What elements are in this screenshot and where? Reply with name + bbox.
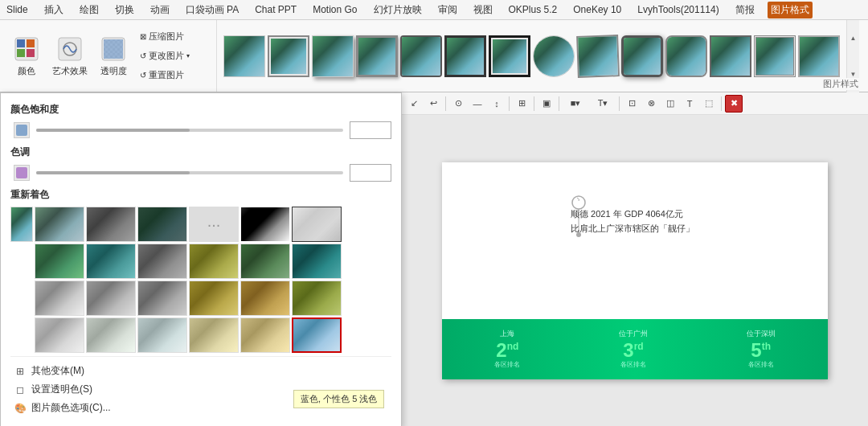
- transparency-label: 透明度: [100, 65, 127, 77]
- compress-label: 压缩图片: [149, 31, 184, 43]
- recolor-thumb-light1[interactable]: [35, 317, 84, 353]
- recolor-thumb-gray3[interactable]: [137, 244, 187, 279]
- img-style-14[interactable]: [798, 35, 840, 77]
- set-transparent-item[interactable]: ◻ 设置透明色(S): [10, 380, 391, 399]
- other-variants-icon: ⊞: [14, 365, 27, 378]
- img-style-6[interactable]: [444, 35, 486, 77]
- img-style-2[interactable]: [268, 35, 309, 77]
- mini-tool-grid[interactable]: ⊞: [513, 95, 530, 113]
- recolor-thumb-yellow2[interactable]: [189, 281, 239, 316]
- mini-tool-box[interactable]: ⊡: [623, 95, 641, 113]
- menu-lvyhtools[interactable]: LvyhTools(201114): [634, 2, 722, 17]
- img-style-5[interactable]: [400, 35, 442, 77]
- scroll-up-arrow: ▲: [850, 35, 857, 42]
- recolor-thumb-silver3[interactable]: [137, 281, 187, 316]
- menu-pocket-pa[interactable]: 口袋动画 PA: [182, 2, 242, 18]
- recolor-thumb-olive[interactable]: [292, 281, 342, 316]
- recolor-thumb-yellow3[interactable]: [240, 281, 290, 316]
- recolor-thumb-warm2[interactable]: [240, 317, 290, 353]
- menu-okplus[interactable]: OKPlus 5.2: [506, 2, 561, 17]
- saturation-value[interactable]: [350, 121, 391, 139]
- recolor-thumb-green1[interactable]: [35, 244, 84, 279]
- recolor-thumb-gray1[interactable]: [35, 207, 84, 242]
- scroll-down-arrow: ▼: [850, 72, 857, 78]
- saturation-title: 颜色饱和度: [10, 103, 391, 117]
- mini-tool-circle[interactable]: ⊙: [449, 95, 467, 113]
- img-style-10[interactable]: [621, 35, 663, 77]
- mini-tool-arrows[interactable]: ↕: [488, 95, 506, 113]
- rank-shenzhen: 位于深圳 5th 各区排名: [747, 329, 776, 369]
- color-button[interactable]: 颜色: [6, 25, 47, 88]
- menu-view[interactable]: 视图: [470, 2, 496, 18]
- menu-review[interactable]: 审阅: [435, 2, 461, 18]
- recolor-thumb-dark1[interactable]: [137, 207, 187, 242]
- slide-canvas: 顺德 2021 年 GDP 4064亿元 比肩北上广深市辖区的「靓仔」 上海 2…: [442, 162, 828, 379]
- art-effect-label: 艺术效果: [52, 65, 88, 77]
- menu-slide[interactable]: Slide: [3, 2, 31, 17]
- compress-button[interactable]: ⊠ 压缩图片: [137, 28, 193, 46]
- menu-report[interactable]: 简报: [732, 2, 758, 18]
- recolor-thumb-light3[interactable]: [137, 317, 187, 353]
- reset-label: 重置图片: [149, 69, 184, 81]
- color-options-icon: 🎨: [14, 402, 27, 415]
- tint-title: 色调: [10, 145, 391, 159]
- mini-tool-brackets[interactable]: ◫: [661, 95, 679, 113]
- img-style-4[interactable]: [356, 35, 398, 77]
- recolor-thumb-invert[interactable]: [292, 207, 342, 242]
- menu-animation[interactable]: 动画: [147, 2, 173, 18]
- tint-track[interactable]: [36, 171, 343, 174]
- art-effect-button[interactable]: 艺术效果: [50, 25, 90, 88]
- mini-tool-undo[interactable]: ↩: [424, 95, 442, 113]
- set-transparent-icon: ◻: [14, 383, 27, 396]
- img-style-7[interactable]: [489, 35, 530, 77]
- toolbar-sep-5: [619, 96, 620, 111]
- mini-tool-text[interactable]: T▾: [590, 95, 616, 113]
- mini-tool-red-x[interactable]: ✖: [725, 95, 743, 113]
- recolor-thumb-bw1[interactable]: [240, 207, 290, 242]
- mini-tool-t2[interactable]: T: [681, 95, 698, 113]
- img-style-3[interactable]: [312, 35, 354, 77]
- img-style-12[interactable]: [710, 35, 751, 77]
- recolor-thumb-teal1[interactable]: [86, 244, 136, 279]
- menu-transition[interactable]: 切换: [112, 2, 137, 18]
- mini-tool-dropdown1[interactable]: ■▾: [563, 95, 588, 113]
- recolor-thumb-warm1[interactable]: [189, 317, 239, 353]
- recolor-thumb-light2[interactable]: [86, 317, 136, 353]
- other-variants-item[interactable]: ⊞ 其他变体(M): [10, 362, 391, 380]
- reset-image-button[interactable]: ↺ 重置图片: [137, 67, 193, 84]
- img-style-13[interactable]: [754, 35, 796, 77]
- recolor-thumb-gray2[interactable]: [86, 207, 136, 242]
- recolor-thumb-blue-light[interactable]: [292, 317, 342, 353]
- recolor-thumb-dots[interactable]: ···: [189, 207, 239, 242]
- menu-onekey[interactable]: OneKey 10: [570, 2, 624, 17]
- menu-slideshow[interactable]: 幻灯片放映: [371, 2, 425, 18]
- tint-value[interactable]: [350, 164, 391, 182]
- recolor-thumb-teal2[interactable]: [292, 244, 342, 279]
- recolor-thumb-silver2[interactable]: [86, 281, 136, 316]
- img-style-1[interactable]: [223, 35, 265, 77]
- img-style-9[interactable]: [576, 35, 620, 78]
- menu-picture-format[interactable]: 图片格式: [768, 2, 813, 18]
- img-style-8[interactable]: [533, 35, 575, 77]
- mini-tool-circle2[interactable]: ⊗: [642, 95, 660, 113]
- image-styles-row: [217, 20, 846, 92]
- menu-chatppt[interactable]: Chat PPT: [252, 2, 300, 17]
- color-options-item[interactable]: 🎨 图片颜色选项(C)...: [10, 399, 391, 417]
- mini-tool-box2[interactable]: ⬚: [700, 95, 718, 113]
- mini-tool-image[interactable]: ▣: [538, 95, 555, 113]
- saturation-track[interactable]: [36, 129, 343, 132]
- tint-row: [10, 164, 391, 182]
- recolor-thumb-silver1[interactable]: [35, 281, 84, 316]
- mini-tool-dash[interactable]: —: [469, 95, 486, 113]
- transparency-button[interactable]: 透明度: [93, 25, 133, 88]
- color-dropdown-panel: 颜色饱和度 色调 重新着色: [0, 92, 402, 426]
- menu-draw[interactable]: 绘图: [76, 2, 102, 18]
- menu-motiongo[interactable]: Motion Go: [309, 2, 360, 17]
- recolor-thumb-yellow1[interactable]: [189, 244, 239, 279]
- recolor-thumb-green2[interactable]: [240, 244, 290, 279]
- menu-insert[interactable]: 插入: [41, 2, 67, 18]
- change-image-button[interactable]: ↺ 更改图片 ▾: [137, 47, 193, 65]
- img-style-11[interactable]: [665, 35, 707, 77]
- mini-tool-arrow[interactable]: ↙: [405, 95, 423, 113]
- ribbon-section-label: 图片样式: [820, 78, 862, 90]
